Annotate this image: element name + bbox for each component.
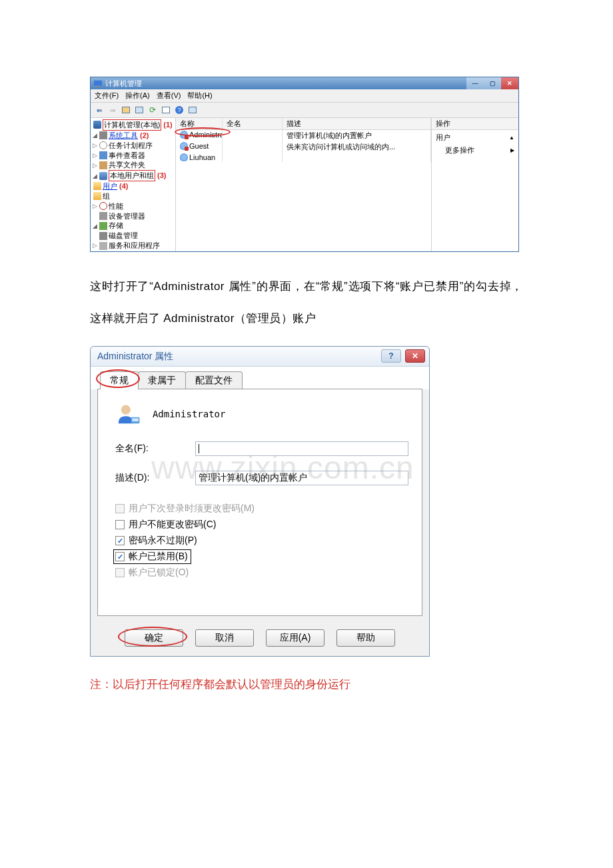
list-row[interactable]: Liuhuan: [176, 153, 431, 162]
expand-icon[interactable]: ▷: [92, 241, 98, 249]
collapse-icon[interactable]: ◢: [92, 131, 98, 139]
dialog-content: Administrator 全名(F): 描述(D): 管理计算机(域)的内置帐…: [97, 389, 422, 616]
tree-performance[interactable]: ▷ 性能: [91, 201, 175, 211]
help-button[interactable]: 帮助: [336, 629, 395, 647]
props-button[interactable]: [133, 104, 145, 116]
folder-icon: [93, 182, 101, 190]
performance-icon: [99, 202, 107, 210]
close-button[interactable]: ✕: [405, 349, 425, 363]
ok-button[interactable]: 确定: [125, 629, 183, 647]
event-icon: [99, 151, 107, 159]
menu-help[interactable]: 帮助(H): [187, 91, 212, 101]
menu-view[interactable]: 查看(V): [157, 91, 181, 101]
storage-icon: [99, 222, 107, 230]
expand-icon[interactable]: ▷: [92, 141, 98, 149]
back-button[interactable]: ⇐: [93, 104, 105, 116]
expand-icon[interactable]: ▷: [92, 161, 98, 169]
check-cannot-change[interactable]: 用户不能更改密码(C): [115, 519, 408, 531]
checkbox-icon: [115, 568, 125, 577]
action-more[interactable]: 更多操作 ▶: [436, 144, 514, 157]
svg-point-2: [121, 405, 131, 415]
tree-local-users[interactable]: ◢ 本地用户和组 (3): [91, 170, 175, 181]
menu-action[interactable]: 操作(A): [125, 91, 150, 101]
tree-users[interactable]: 用户 (4): [91, 181, 175, 191]
checkbox-icon: [115, 536, 125, 545]
tool-button[interactable]: [187, 104, 199, 116]
user-icon: [180, 131, 188, 139]
apply-button[interactable]: 应用(A): [266, 629, 324, 647]
maximize-button[interactable]: ▢: [484, 77, 501, 89]
actions-header: 操作: [432, 118, 518, 130]
window-title: 计算机管理: [105, 79, 142, 89]
users-group-icon: [99, 172, 107, 180]
tree-device-manager[interactable]: 设备管理器: [91, 211, 175, 221]
collapse-icon[interactable]: ◢: [92, 222, 98, 230]
check-must-change: 用户下次登录时须更改密码(M): [115, 503, 408, 515]
expand-icon[interactable]: ▷: [92, 151, 98, 159]
actions-section[interactable]: 用户 ▲: [436, 131, 514, 144]
check-account-disabled[interactable]: 帐户已禁用(B): [115, 551, 188, 563]
disk-icon: [99, 232, 107, 240]
tree-system-tools[interactable]: ◢ 系统工具 (2): [91, 131, 175, 141]
export-button[interactable]: [160, 104, 172, 116]
tree-services[interactable]: ▷ 服务和应用程序: [91, 241, 175, 251]
dialog-title: Administrator 属性: [97, 351, 173, 363]
computer-management-window: 计算机管理 — ▢ ✕ 文件(F) 操作(A) 查看(V) 帮助(H) ⇐ ⇒ …: [90, 77, 519, 252]
tab-general[interactable]: 常规: [100, 371, 139, 389]
refresh-button[interactable]: ⟳: [147, 104, 159, 116]
check-never-expire[interactable]: 密码永不过期(P): [115, 535, 408, 547]
computer-icon: [93, 121, 101, 129]
description-input[interactable]: 管理计算机(域)的内置帐户: [195, 471, 408, 485]
device-icon: [99, 212, 107, 220]
tab-strip: 常规 隶属于 配置文件: [91, 367, 429, 389]
checkbox-icon: [115, 520, 125, 529]
collapse-icon[interactable]: ◢: [92, 172, 98, 180]
tree-disk-management[interactable]: 磁盘管理: [91, 231, 175, 241]
instruction-paragraph: 这时打开了“Administrator 属性”的界面，在“常规”选项下将“账户已…: [90, 271, 523, 334]
fullname-input[interactable]: [195, 441, 408, 456]
menubar: 文件(F) 操作(A) 查看(V) 帮助(H): [91, 89, 518, 103]
tree-event-viewer[interactable]: ▷ 事件查看器: [91, 151, 175, 161]
user-icon: [180, 153, 188, 161]
forward-button[interactable]: ⇒: [107, 104, 119, 116]
close-button[interactable]: ✕: [501, 77, 518, 89]
tree-root[interactable]: 计算机管理(本地) (1): [91, 119, 175, 131]
submenu-icon: ▶: [510, 147, 514, 153]
app-icon: [93, 79, 103, 88]
expand-icon[interactable]: ▷: [92, 202, 98, 210]
check-locked: 帐户已锁定(O): [115, 567, 408, 579]
properties-dialog: Administrator 属性 ? ✕ 常规 隶属于 配置文件: [90, 346, 430, 657]
user-list: 名称 全名 描述 Administrat... 管理计算机(域)的内置帐户 Gu…: [176, 118, 432, 251]
up-button[interactable]: [120, 104, 132, 116]
tab-member[interactable]: 隶属于: [138, 371, 186, 389]
tree-task-scheduler[interactable]: ▷ 任务计划程序: [91, 141, 175, 151]
tree-shared-folders[interactable]: ▷ 共享文件夹: [91, 160, 175, 170]
titlebar: 计算机管理 — ▢ ✕: [91, 77, 518, 89]
tree-groups[interactable]: 组: [91, 191, 175, 201]
col-fullname[interactable]: 全名: [223, 118, 283, 129]
tree-storage[interactable]: ◢ 存储: [91, 221, 175, 231]
description-label: 描述(D):: [115, 472, 195, 484]
col-desc[interactable]: 描述: [283, 118, 431, 129]
minimize-button[interactable]: —: [466, 77, 484, 89]
share-icon: [99, 161, 107, 169]
tree-panel: 计算机管理(本地) (1) ◢ 系统工具 (2) ▷ 任务计划程序 ▷: [91, 118, 176, 251]
window-buttons: — ▢ ✕: [466, 77, 518, 89]
dialog-buttons: 确定 取消 应用(A) 帮助: [91, 623, 429, 656]
checkbox-icon: [115, 504, 125, 513]
list-row[interactable]: Administrat... 管理计算机(域)的内置帐户: [176, 130, 431, 141]
help-button[interactable]: ?: [381, 349, 401, 363]
list-row[interactable]: Guest 供来宾访问计算机或访问域的内...: [176, 141, 431, 153]
tab-profile[interactable]: 配置文件: [185, 371, 243, 389]
folder-icon: [93, 192, 101, 200]
col-name[interactable]: 名称: [176, 118, 223, 129]
tools-icon: [99, 131, 107, 139]
fullname-label: 全名(F):: [115, 443, 195, 455]
menu-file[interactable]: 文件(F): [95, 91, 119, 101]
svg-rect-4: [132, 419, 139, 422]
note-text: 注：以后打开任何程序都会默认以管理员的身份运行: [90, 677, 523, 692]
help-button[interactable]: ?: [173, 104, 185, 116]
cancel-button[interactable]: 取消: [195, 629, 254, 647]
account-name: Administrator: [153, 409, 226, 419]
svg-rect-1: [96, 86, 99, 87]
